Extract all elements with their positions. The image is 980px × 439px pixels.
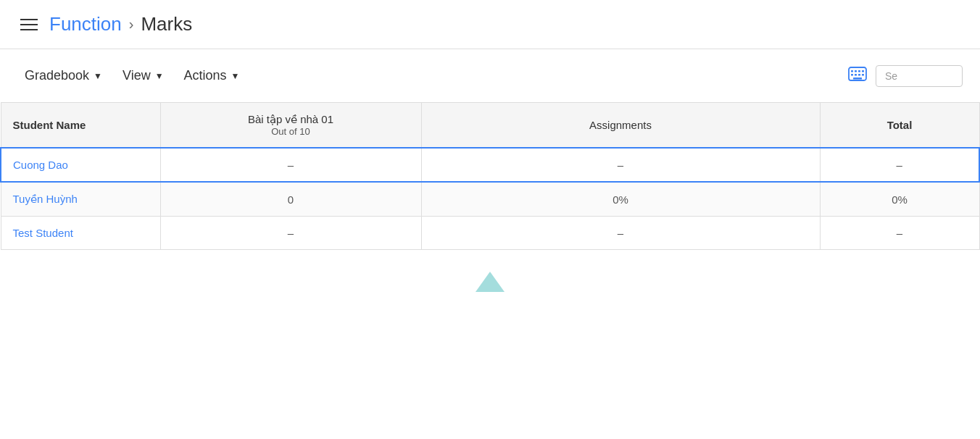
hamburger-menu-icon[interactable] [17,16,41,33]
assignments-score-cell: – [421,148,820,182]
triangle-icon [476,272,504,292]
svg-rect-7 [858,74,860,76]
total-score-cell: 0% [820,182,979,217]
breadcrumb: Function › Marks [49,13,192,35]
gradebook-chevron-icon: ▼ [94,71,102,81]
svg-rect-8 [862,74,864,76]
view-menu-button[interactable]: View ▼ [115,64,171,88]
actions-chevron-icon: ▼ [231,71,240,81]
keyboard-icon-button[interactable] [848,67,867,85]
bottom-decoration [0,264,980,299]
breadcrumb-function-link[interactable]: Function [49,13,122,35]
table-row: Test Student––– [1,217,979,250]
assignment-score-cell: – [160,217,421,250]
assignment-score-cell: – [160,148,421,182]
student-name-column-header: Student Name [1,103,160,149]
search-box[interactable]: Se [876,65,963,87]
student-name-cell[interactable]: Test Student [1,217,160,250]
actions-menu-button[interactable]: Actions ▼ [177,64,247,88]
gradebook-table-container: Student Name Bài tập về nhà 01 Out of 10… [0,102,980,264]
view-chevron-icon: ▼ [155,71,164,81]
header: Function › Marks [0,0,980,49]
assignment-column-header: Bài tập về nhà 01 Out of 10 [160,103,421,149]
breadcrumb-current-page: Marks [141,13,192,35]
svg-rect-1 [851,70,853,72]
gradebook-table: Student Name Bài tập về nhà 01 Out of 10… [0,102,980,250]
svg-rect-3 [858,70,860,72]
assignment-score-cell: 0 [160,182,421,217]
total-column-header: Total [820,103,979,149]
table-row: Tuyền Huỳnh00%0% [1,182,979,217]
svg-rect-9 [853,78,862,80]
student-name-cell[interactable]: Tuyền Huỳnh [1,182,160,217]
svg-rect-5 [851,74,853,76]
toolbar-right: Se [848,65,963,87]
toolbar: Gradebook ▼ View ▼ Actions ▼ Se [0,49,980,102]
view-label: View [122,68,151,83]
svg-rect-6 [855,74,857,76]
assignments-score-cell: 0% [421,182,820,217]
gradebook-menu-button[interactable]: Gradebook ▼ [17,64,109,88]
table-header-row: Student Name Bài tập về nhà 01 Out of 10… [1,103,979,149]
actions-label: Actions [184,68,227,83]
total-score-cell: – [820,148,979,182]
svg-rect-4 [862,70,864,72]
total-score-cell: – [820,217,979,250]
table-row: Cuong Dao––– [1,148,979,182]
assignments-column-header: Assignments [421,103,820,149]
svg-rect-2 [855,70,857,72]
breadcrumb-separator: › [129,16,134,33]
gradebook-label: Gradebook [25,68,89,83]
student-name-cell[interactable]: Cuong Dao [1,148,160,182]
assignments-score-cell: – [421,217,820,250]
